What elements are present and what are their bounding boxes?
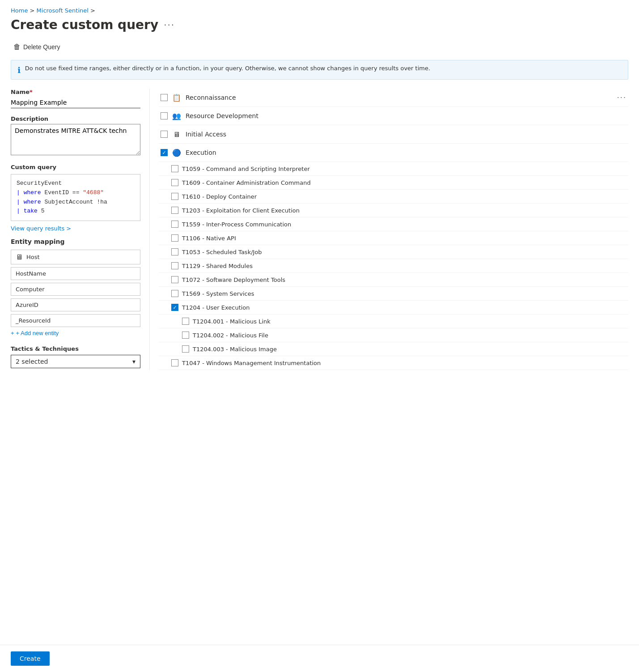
add-entity-label: + Add new entity [16, 330, 59, 336]
code-line-2: | where EventID == "4688" [17, 188, 135, 198]
page-menu-button[interactable]: ··· [164, 20, 175, 30]
breadcrumb-home[interactable]: Home [11, 7, 28, 14]
checkbox-t1610[interactable] [171, 193, 178, 200]
code-line-1: SecurityEvent [17, 179, 135, 188]
name-input[interactable] [11, 97, 140, 108]
left-panel: Name* Description Demonstrates MITRE ATT… [11, 89, 149, 370]
technique-t1559[interactable]: T1559 - Inter-Process Communication [159, 217, 628, 231]
description-label: Description [11, 115, 140, 122]
technique-t1609[interactable]: T1609 - Container Administration Command [159, 176, 628, 190]
field-computer[interactable]: Computer [11, 283, 140, 296]
checkbox-t1204-003[interactable] [182, 345, 189, 353]
checkbox-t1106[interactable] [171, 234, 178, 242]
initial-access-icon: 🖥 [171, 129, 182, 140]
tactic-initial-access[interactable]: 🖥 Initial Access [159, 125, 628, 144]
checkbox-t1047[interactable] [171, 359, 178, 366]
technique-t1204-002-label: T1204.002 - Malicious File [193, 332, 268, 339]
tactic-execution[interactable]: 🔵 Execution [159, 144, 628, 162]
tactics-select[interactable]: 2 selected ▾ [11, 355, 140, 368]
tactic-resource-development[interactable]: 👥 Resource Development [159, 107, 628, 125]
chevron-down-icon: ▾ [132, 358, 135, 365]
execution-icon: 🔵 [171, 147, 182, 158]
technique-t1106[interactable]: T1106 - Native API [159, 231, 628, 245]
field-resourceid[interactable]: _ResourceId [11, 314, 140, 327]
host-icon: 🖥 [16, 253, 23, 261]
technique-t1204-002[interactable]: T1204.002 - Malicious File [159, 328, 628, 342]
code-line-4: | take 5 [17, 207, 135, 216]
technique-t1204-label: T1204 - User Execution [182, 304, 250, 311]
add-entity-button[interactable]: + + Add new entity [11, 330, 59, 336]
field-hostname[interactable]: HostName [11, 267, 140, 280]
checkbox-t1569[interactable] [171, 290, 178, 297]
technique-t1609-label: T1609 - Container Administration Command [182, 179, 311, 186]
checkbox-t1559[interactable] [171, 221, 178, 228]
technique-t1204-001[interactable]: T1204.001 - Malicious Link [159, 315, 628, 328]
technique-t1610[interactable]: T1610 - Deploy Container [159, 190, 628, 204]
info-banner-text: Do not use fixed time ranges, either dir… [25, 65, 430, 72]
technique-t1053-label: T1053 - Scheduled Task/Job [182, 249, 262, 255]
technique-t1053[interactable]: T1053 - Scheduled Task/Job [159, 245, 628, 259]
breadcrumb-sentinel[interactable]: Microsoft Sentinel [37, 7, 89, 14]
technique-t1047-label: T1047 - Windows Management Instrumentati… [182, 360, 321, 366]
reconnaissance-icon: 📋 [171, 92, 182, 103]
checkbox-initial-access[interactable] [161, 131, 168, 138]
view-query-results-link[interactable]: View query results > [11, 225, 71, 232]
checkbox-resource-development[interactable] [161, 112, 168, 119]
technique-t1129[interactable]: T1129 - Shared Modules [159, 259, 628, 273]
info-icon: ℹ [17, 65, 21, 75]
tactic-ellipsis-btn[interactable]: ··· [617, 94, 626, 102]
technique-t1129-label: T1129 - Shared Modules [182, 263, 253, 269]
entity-mapping-label: Entity mapping [11, 238, 140, 245]
technique-t1203[interactable]: T1203 - Exploitation for Client Executio… [159, 204, 628, 217]
checkbox-t1072[interactable] [171, 276, 178, 283]
tactic-initial-access-label: Initial Access [186, 131, 226, 138]
technique-t1204-003[interactable]: T1204.003 - Malicious Image [159, 342, 628, 356]
checkbox-t1609[interactable] [171, 179, 178, 186]
required-indicator: * [30, 89, 33, 95]
checkbox-reconnaissance[interactable] [161, 94, 168, 101]
entity-host-label: Host [26, 254, 40, 260]
technique-t1059-label: T1059 - Command and Scripting Interprete… [182, 166, 310, 172]
technique-t1203-label: T1203 - Exploitation for Client Executio… [182, 207, 300, 214]
create-button[interactable]: Create [11, 651, 50, 666]
bottom-bar: Create [0, 645, 639, 672]
checkbox-t1204-001[interactable] [182, 318, 189, 325]
name-label: Name* [11, 89, 140, 95]
checkbox-t1059[interactable] [171, 165, 178, 172]
checkbox-t1129[interactable] [171, 262, 178, 269]
code-line-3: | where SubjectAccount !ha [17, 198, 135, 207]
checkbox-t1204-002[interactable] [182, 332, 189, 339]
tactics-value: 2 selected [16, 358, 48, 365]
technique-t1106-label: T1106 - Native API [182, 235, 236, 242]
code-editor[interactable]: SecurityEvent | where EventID == "4688" … [11, 174, 140, 221]
plus-icon: + [11, 330, 14, 336]
checkbox-t1204[interactable] [171, 304, 178, 311]
custom-query-label: Custom query [11, 164, 140, 170]
tactic-resource-development-label: Resource Development [186, 112, 258, 119]
entity-host: 🖥 Host [11, 250, 140, 264]
technique-t1204-003-label: T1204.003 - Malicious Image [193, 346, 277, 353]
technique-t1204-001-label: T1204.001 - Malicious Link [193, 318, 271, 325]
technique-t1059[interactable]: T1059 - Command and Scripting Interprete… [159, 162, 628, 176]
checkbox-t1203[interactable] [171, 207, 178, 214]
toolbar: 🗑 Delete Query [11, 41, 628, 53]
breadcrumb: Home > Microsoft Sentinel > [11, 7, 628, 14]
delete-query-label: Delete Query [23, 43, 60, 51]
description-input[interactable]: Demonstrates MITRE ATT&CK techn [11, 124, 140, 155]
tactic-execution-label: Execution [186, 149, 216, 156]
technique-t1569[interactable]: T1569 - System Services [159, 287, 628, 301]
technique-t1559-label: T1559 - Inter-Process Communication [182, 221, 291, 228]
technique-t1072[interactable]: T1072 - Software Deployment Tools [159, 273, 628, 287]
technique-t1204[interactable]: T1204 - User Execution [159, 301, 628, 315]
trash-icon: 🗑 [13, 43, 21, 51]
tactic-reconnaissance[interactable]: 📋 Reconnaissance ··· [159, 89, 628, 107]
checkbox-t1053[interactable] [171, 248, 178, 255]
technique-t1072-label: T1072 - Software Deployment Tools [182, 276, 285, 283]
checkbox-execution[interactable] [161, 149, 168, 156]
technique-t1047[interactable]: T1047 - Windows Management Instrumentati… [159, 356, 628, 370]
delete-query-button[interactable]: 🗑 Delete Query [11, 41, 63, 53]
field-azureid[interactable]: AzureID [11, 298, 140, 311]
page-title: Create custom query [11, 17, 158, 32]
right-panel: 📋 Reconnaissance ··· 👥 Resource Developm… [149, 89, 628, 370]
resource-development-icon: 👥 [171, 111, 182, 121]
